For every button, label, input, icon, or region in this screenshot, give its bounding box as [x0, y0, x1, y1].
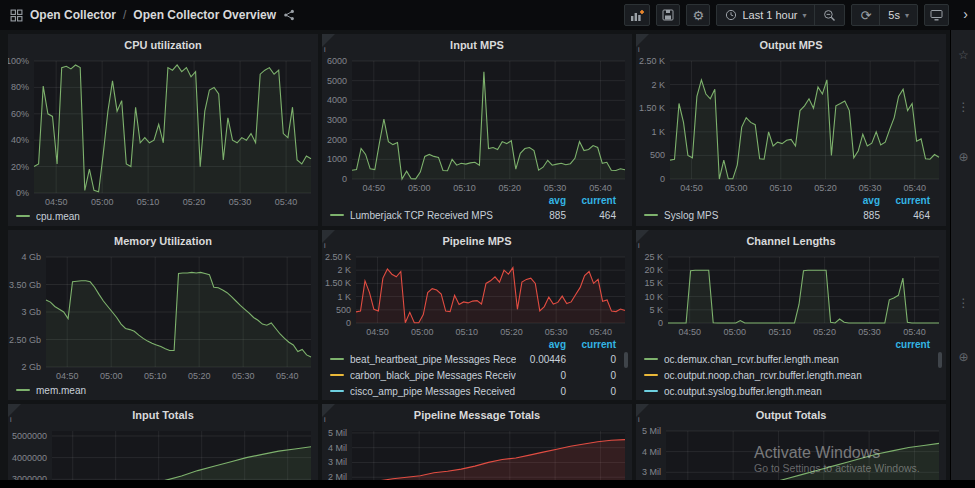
legend-series-label[interactable]: beat_heartbeat_pipe Messages Received: [350, 354, 516, 365]
legend: cpu.mean: [8, 208, 318, 224]
legend-header-current[interactable]: current: [566, 338, 616, 351]
legend-series-label[interactable]: cisco_amp_pipe Messages Received: [350, 386, 516, 397]
svg-text:05:20: 05:20: [813, 327, 836, 337]
panel-title[interactable]: Channel Lengths: [636, 230, 946, 252]
panel-title[interactable]: Pipeline Message Totals: [322, 404, 632, 426]
svg-text:4000000: 4000000: [12, 453, 47, 463]
svg-text:20%: 20%: [11, 162, 29, 172]
info-icon: i: [638, 416, 640, 423]
dashboard-settings-button[interactable]: ⚙: [686, 4, 710, 26]
alert-icon[interactable]: ⊕: [951, 350, 975, 364]
refresh-interval-dropdown[interactable]: 5s ▾: [879, 5, 917, 25]
svg-text:04:50: 04:50: [366, 327, 389, 337]
legend-item: oc.demux.chan_rcvr.buffer.length.mean: [644, 351, 930, 367]
legend-header-avg[interactable]: avg: [516, 338, 566, 351]
refresh-icon: ⟳: [860, 9, 871, 22]
svg-text:40%: 40%: [11, 135, 29, 145]
svg-text:05:10: 05:10: [137, 197, 160, 207]
legend-header-avg[interactable]: avg: [830, 194, 880, 207]
kiosk-mode-button[interactable]: [924, 4, 949, 26]
save-icon: [662, 9, 674, 21]
breadcrumb-page[interactable]: Open Collector Overview: [133, 8, 276, 22]
star-icon[interactable]: ☆: [951, 48, 975, 62]
panel-info-icon[interactable]: i: [636, 34, 649, 47]
time-range-picker[interactable]: Last 1 hour ▾: [717, 5, 814, 25]
svg-text:05:20: 05:20: [499, 183, 522, 193]
legend-header-current[interactable]: current: [880, 338, 930, 351]
share-icon[interactable]: [283, 9, 295, 21]
kebab-menu-icon[interactable]: ⋮: [951, 100, 975, 114]
panel-title[interactable]: Pipeline MPS: [322, 230, 632, 252]
svg-text:1.50 K: 1.50 K: [325, 278, 351, 288]
kebab-menu-icon[interactable]: ⋮: [951, 296, 975, 310]
svg-text:500: 500: [650, 150, 665, 160]
chevron-right-icon[interactable]: ›: [963, 6, 968, 22]
panel-info-icon[interactable]: i: [322, 404, 335, 417]
svg-text:1.50 K: 1.50 K: [639, 103, 665, 113]
legend-value: 0.00446: [516, 354, 566, 365]
legend-value: 0: [566, 370, 616, 381]
panel-title[interactable]: Output MPS: [636, 34, 946, 56]
svg-text:05:40: 05:40: [589, 183, 612, 193]
legend-scrollbar[interactable]: [938, 352, 942, 368]
legend-series-label[interactable]: oc.output.syslog.buffer.length.mean: [664, 386, 880, 397]
svg-text:05:00: 05:00: [411, 327, 434, 337]
info-icon: i: [324, 242, 326, 249]
dashboard-grid-icon: [10, 9, 23, 22]
save-dashboard-button[interactable]: [656, 4, 680, 26]
legend-series-label[interactable]: cpu.mean: [36, 211, 302, 222]
svg-text:4 Gb: 4 Gb: [21, 252, 41, 262]
legend-value: 0: [516, 370, 566, 381]
svg-text:0%: 0%: [16, 188, 29, 198]
svg-text:3 Mil: 3 Mil: [642, 467, 661, 477]
panel-title[interactable]: CPU utilization: [8, 34, 318, 56]
chart-output-mps: 05001 K1.50 K2 K2.50 K04:5005:0005:1005:…: [636, 56, 946, 194]
alert-icon[interactable]: ⊕: [951, 150, 975, 164]
zoom-out-button[interactable]: [814, 5, 844, 25]
legend-series-label[interactable]: mem.mean: [36, 385, 302, 396]
panel-info-icon[interactable]: i: [322, 230, 335, 243]
add-panel-button[interactable]: [624, 4, 650, 26]
panel-info-icon[interactable]: i: [8, 404, 21, 417]
legend-header-avg[interactable]: avg: [516, 194, 566, 207]
gear-icon: ⚙: [693, 9, 705, 22]
svg-text:05:00: 05:00: [100, 371, 123, 381]
legend-series-label[interactable]: oc.output.noop.chan_rcvr.buffer.length.m…: [664, 370, 880, 381]
panel-title[interactable]: Memory Utilization: [8, 230, 318, 252]
panel-input-totals: Input Totals 30000004000000500000004:500…: [8, 404, 318, 488]
breadcrumb-dashboard[interactable]: Open Collector: [30, 8, 116, 22]
chart-output-totals: 3 Mil4 Mil5 Mil04:5005:0005:1005:2005:30…: [636, 426, 946, 488]
panel-info-icon[interactable]: i: [322, 34, 335, 47]
svg-text:05:30: 05:30: [859, 183, 882, 193]
svg-text:5000: 5000: [327, 76, 347, 86]
panel-title[interactable]: Input MPS: [322, 34, 632, 56]
svg-text:3000: 3000: [327, 115, 347, 125]
panel-info-icon[interactable]: i: [636, 404, 649, 417]
legend-series-label[interactable]: oc.demux.chan_rcvr.buffer.length.mean: [664, 354, 880, 365]
series-color-dash-icon: [330, 374, 344, 376]
legend-header-current[interactable]: current: [566, 194, 616, 207]
legend-header-current[interactable]: current: [880, 194, 930, 207]
panel-info-icon[interactable]: i: [636, 230, 649, 243]
refresh-button[interactable]: ⟳: [852, 5, 879, 25]
legend-value: 464: [566, 210, 616, 221]
time-range-group: Last 1 hour ▾: [716, 4, 845, 26]
legend-series-label[interactable]: carbon_black_pipe Messages Received: [350, 370, 516, 381]
add-panel-icon: [630, 9, 644, 22]
svg-text:04:50: 04:50: [363, 183, 386, 193]
panel-output-mps: Output MPS 05001 K1.50 K2 K2.50 K04:5005…: [636, 34, 946, 226]
legend-item: mem.mean: [16, 382, 302, 398]
series-color-dash-icon: [644, 358, 658, 360]
legend-series-label[interactable]: Lumberjack TCP Received MPS: [350, 210, 516, 221]
legend-value: 885: [516, 210, 566, 221]
svg-text:05:10: 05:10: [456, 327, 479, 337]
legend-series-label[interactable]: Syslog MPS: [664, 210, 830, 221]
panel-title[interactable]: Output Totals: [636, 404, 946, 426]
legend-item: carbon_black_pipe Messages Received00: [330, 367, 616, 383]
legend: currentoc.demux.chan_rcvr.buffer.length.…: [636, 338, 946, 399]
svg-text:15 K: 15 K: [644, 278, 663, 288]
svg-text:04:50: 04:50: [56, 371, 79, 381]
legend-scrollbar[interactable]: [624, 352, 628, 368]
legend-value-headers: current: [644, 338, 930, 351]
panel-title[interactable]: Input Totals: [8, 404, 318, 426]
